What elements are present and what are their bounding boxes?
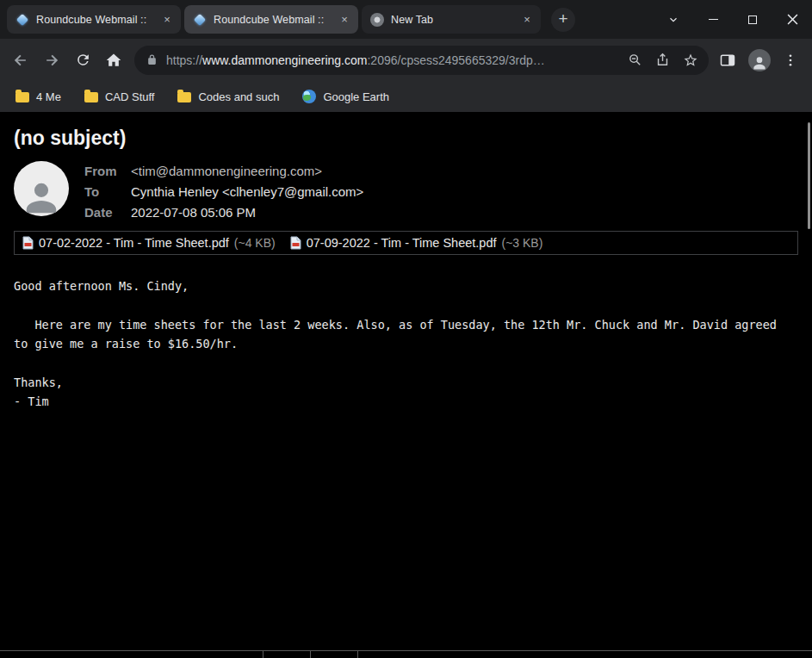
from-label: From: [84, 164, 131, 178]
roundcube-favicon: [15, 13, 29, 27]
maximize-button[interactable]: [733, 0, 772, 39]
omnibox-actions: [628, 53, 698, 68]
attachments-bar: 07-02-2022 - Tim - Time Sheet.pdf (~4 KB…: [14, 231, 798, 255]
message-subject: (no subject): [14, 112, 798, 150]
bookmark-star-icon[interactable]: [683, 53, 698, 68]
bookmarks-bar: 4 Me CAD Stuff Codes and such Google Ear…: [0, 81, 812, 112]
bookmark-google-earth[interactable]: Google Earth: [302, 90, 389, 103]
maximize-icon: [748, 16, 757, 24]
tab-close-icon[interactable]: ×: [160, 13, 174, 27]
toolbar-right-cluster: [716, 49, 805, 71]
sender-avatar: [14, 161, 69, 216]
attachment-name: 07-09-2022 - Tim - Time Sheet.pdf: [307, 236, 497, 250]
forward-button[interactable]: [36, 45, 67, 76]
tab-close-icon[interactable]: ×: [338, 13, 351, 27]
tab-strip: Roundcube Webmail :: × Roundcube Webmail…: [0, 0, 812, 39]
tab-roundcube-2-active[interactable]: Roundcube Webmail :: ×: [184, 5, 358, 34]
person-icon: [751, 54, 768, 71]
globe-icon: [302, 90, 316, 103]
bookmark-label: CAD Stuff: [105, 90, 155, 103]
minimize-button[interactable]: [693, 0, 733, 39]
browser-window: Roundcube Webmail :: × Roundcube Webmail…: [0, 0, 812, 658]
attachment-link-1[interactable]: 07-02-2022 - Tim - Time Sheet.pdf (~4 KB…: [22, 236, 276, 250]
browser-toolbar: https://www.dammonengineering.com:2096/c…: [0, 39, 812, 81]
lock-icon[interactable]: [146, 54, 158, 65]
bookmark-folder-cad-stuff[interactable]: CAD Stuff: [84, 90, 155, 103]
minimize-icon: [709, 19, 718, 21]
bookmark-label: Google Earth: [323, 90, 389, 103]
folder-icon: [84, 92, 98, 102]
window-controls: [654, 0, 812, 39]
folder-icon: [15, 92, 29, 102]
new-tab-favicon: [370, 13, 384, 27]
scrollbar-thumb[interactable]: [808, 122, 810, 229]
table-column-divider: [357, 651, 358, 658]
bookmark-folder-codes-and-such[interactable]: Codes and such: [177, 90, 279, 103]
bookmark-label: Codes and such: [198, 90, 279, 103]
url-host: www.dammonengineering.com: [202, 53, 367, 67]
back-button[interactable]: [5, 45, 36, 76]
home-button[interactable]: [98, 45, 129, 76]
attachment-size: (~3 KB): [502, 236, 543, 250]
new-tab-button[interactable]: +: [551, 8, 575, 32]
url-path: :2096/cpsess2495665329/3rdp…: [367, 53, 544, 67]
url-text: https://www.dammonengineering.com:2096/c…: [166, 53, 619, 67]
pdf-file-icon: [22, 236, 34, 250]
tab-title: New Tab: [391, 14, 513, 26]
zoom-icon[interactable]: [628, 53, 642, 67]
webmail-message-view: (no subject) From <tim@dammonengineering…: [0, 112, 812, 658]
tab-title: Roundcube Webmail ::: [36, 14, 153, 26]
reload-button[interactable]: [67, 45, 98, 76]
menu-dots-icon[interactable]: [783, 53, 798, 68]
to-label: To: [84, 184, 131, 199]
tab-roundcube-1[interactable]: Roundcube Webmail :: ×: [7, 5, 181, 34]
roundcube-favicon: [193, 13, 207, 27]
folder-icon: [177, 92, 191, 102]
message-header: From <tim@dammonengineering.com> To Cynt…: [14, 161, 798, 220]
header-fields: From <tim@dammonengineering.com> To Cynt…: [84, 161, 363, 220]
sidebar-icon[interactable]: [719, 52, 736, 69]
tab-search-chevron-icon[interactable]: [654, 0, 693, 39]
close-window-button[interactable]: [772, 0, 812, 39]
table-column-divider: [263, 651, 263, 658]
attachment-link-2[interactable]: 07-09-2022 - Tim - Time Sheet.pdf (~3 KB…: [290, 236, 543, 250]
bookmark-folder-4-me[interactable]: 4 Me: [15, 90, 61, 103]
date-label: Date: [84, 205, 131, 220]
attachment-size: (~4 KB): [234, 236, 276, 250]
bottom-table-edge: [0, 650, 812, 658]
url-scheme: https://: [166, 53, 202, 67]
address-bar[interactable]: https://www.dammonengineering.com:2096/c…: [134, 46, 709, 75]
pdf-file-icon: [290, 236, 301, 250]
person-icon: [22, 177, 61, 216]
to-value: Cynthia Henley <clhenley7@gmail.com>: [131, 184, 363, 199]
from-value: <tim@dammonengineering.com>: [131, 164, 363, 178]
share-icon[interactable]: [655, 53, 670, 67]
bookmark-label: 4 Me: [36, 90, 61, 103]
attachment-name: 07-02-2022 - Tim - Time Sheet.pdf: [39, 236, 229, 250]
date-value: 2022-07-08 05:06 PM: [131, 205, 363, 220]
profile-avatar-button[interactable]: [748, 49, 771, 71]
tab-title: Roundcube Webmail ::: [214, 14, 331, 26]
tab-close-icon[interactable]: ×: [520, 13, 534, 27]
tab-new-tab[interactable]: New Tab ×: [362, 5, 541, 34]
table-column-divider: [310, 651, 311, 658]
message-body: Good afternoon Ms. Cindy, Here are my ti…: [14, 276, 798, 412]
